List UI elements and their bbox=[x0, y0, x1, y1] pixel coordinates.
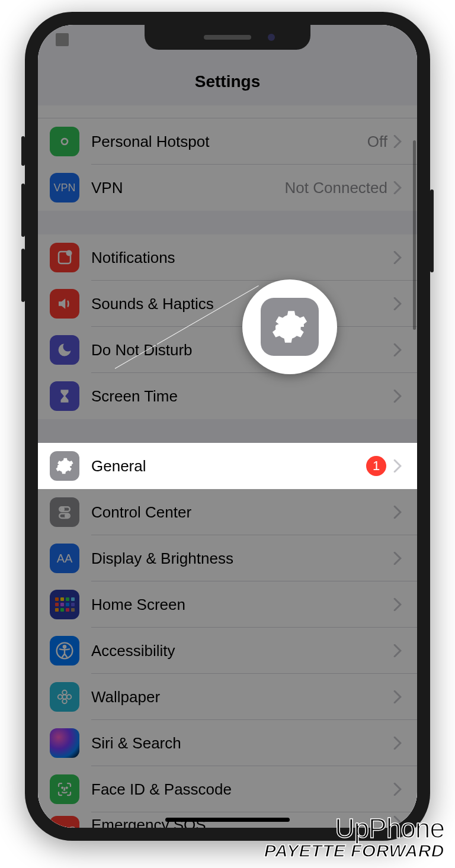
side-button bbox=[430, 189, 434, 272]
control-center-label: Control Center bbox=[91, 503, 393, 522]
callout-gear-icon bbox=[261, 298, 319, 356]
face-id-icon bbox=[50, 774, 79, 804]
accessibility-label: Accessibility bbox=[91, 642, 393, 660]
notch bbox=[145, 25, 310, 50]
hourglass-icon bbox=[50, 381, 79, 411]
watermark-line-2: PAYETTE FORWARD bbox=[264, 842, 444, 860]
sounds-icon bbox=[50, 289, 79, 319]
hotspot-detail: Off bbox=[367, 133, 387, 151]
svg-point-14 bbox=[66, 787, 68, 789]
svg-point-1 bbox=[66, 250, 72, 256]
chevron-right-icon bbox=[393, 135, 405, 148]
gear-icon bbox=[50, 451, 79, 481]
svg-point-4 bbox=[61, 508, 64, 511]
chevron-right-icon bbox=[393, 390, 405, 403]
chevron-right-icon bbox=[393, 181, 405, 194]
wallpaper-label: Wallpaper bbox=[91, 688, 393, 706]
vpn-label: VPN bbox=[91, 179, 285, 197]
control-center-icon bbox=[50, 497, 79, 527]
screentime-label: Screen Time bbox=[91, 387, 393, 406]
moon-icon bbox=[50, 335, 79, 365]
svg-point-12 bbox=[67, 695, 72, 699]
settings-group-alerts: Notifications Sounds & Haptics bbox=[38, 234, 417, 419]
display-icon: AA bbox=[50, 544, 79, 573]
settings-group-system: General 1 Control Center bbox=[38, 443, 417, 828]
partial-row-top bbox=[38, 105, 417, 118]
svg-point-10 bbox=[62, 699, 67, 704]
svg-point-8 bbox=[62, 695, 67, 699]
svg-point-13 bbox=[62, 787, 63, 789]
row-home-screen[interactable]: Home Screen bbox=[38, 581, 417, 628]
chevron-right-icon bbox=[393, 297, 405, 310]
vpn-detail: Not Connected bbox=[285, 179, 387, 197]
hotspot-icon bbox=[50, 127, 79, 156]
row-general[interactable]: General 1 bbox=[38, 443, 417, 489]
row-notifications[interactable]: Notifications bbox=[38, 234, 417, 281]
siri-icon bbox=[50, 728, 79, 758]
row-face-id[interactable]: Face ID & Passcode bbox=[38, 766, 417, 812]
home-screen-icon bbox=[50, 590, 79, 619]
row-do-not-disturb[interactable]: Do Not Disturb bbox=[38, 327, 417, 373]
page-title: Settings bbox=[38, 52, 417, 105]
status-placeholder bbox=[56, 33, 69, 46]
display-label: Display & Brightness bbox=[91, 549, 393, 568]
svg-point-9 bbox=[62, 690, 67, 695]
sos-icon: SOS bbox=[50, 816, 79, 828]
row-siri[interactable]: Siri & Search bbox=[38, 720, 417, 766]
chevron-right-icon bbox=[393, 343, 405, 356]
watermark-line-1: UpPhone bbox=[264, 815, 444, 842]
chevron-right-icon bbox=[393, 783, 405, 796]
svg-point-11 bbox=[58, 695, 63, 699]
speaker-grille bbox=[204, 35, 251, 40]
chevron-right-icon bbox=[393, 552, 405, 565]
row-screen-time[interactable]: Screen Time bbox=[38, 373, 417, 419]
face-id-label: Face ID & Passcode bbox=[91, 780, 393, 799]
home-screen-label: Home Screen bbox=[91, 596, 393, 614]
row-personal-hotspot[interactable]: Personal Hotspot Off bbox=[38, 118, 417, 165]
screen: Settings Personal Hotspot Off bbox=[38, 25, 417, 828]
row-display[interactable]: AA Display & Brightness bbox=[38, 535, 417, 581]
chevron-right-icon bbox=[393, 644, 405, 657]
accessibility-icon bbox=[50, 636, 79, 666]
svg-point-7 bbox=[63, 645, 66, 648]
front-camera bbox=[268, 34, 275, 41]
chevron-right-icon bbox=[393, 737, 405, 750]
notification-badge: 1 bbox=[366, 456, 386, 476]
row-vpn[interactable]: VPN VPN Not Connected bbox=[38, 165, 417, 211]
chevron-right-icon bbox=[393, 690, 405, 703]
callout-zoom-circle bbox=[242, 279, 337, 374]
row-accessibility[interactable]: Accessibility bbox=[38, 628, 417, 674]
scroll-indicator[interactable] bbox=[413, 140, 416, 330]
chevron-right-icon bbox=[393, 459, 405, 472]
vpn-icon: VPN bbox=[50, 173, 79, 202]
watermark: UpPhone PAYETTE FORWARD bbox=[264, 815, 444, 860]
notifications-icon bbox=[50, 243, 79, 272]
siri-label: Siri & Search bbox=[91, 734, 393, 753]
chevron-right-icon bbox=[393, 598, 405, 611]
hotspot-label: Personal Hotspot bbox=[91, 133, 367, 151]
svg-point-5 bbox=[65, 515, 68, 517]
general-label: General bbox=[91, 457, 366, 475]
phone-bezel: Settings Personal Hotspot Off bbox=[38, 25, 417, 828]
sounds-label: Sounds & Haptics bbox=[91, 295, 393, 313]
settings-group-network: Personal Hotspot Off VPN VPN Not Connect… bbox=[38, 105, 417, 211]
row-control-center[interactable]: Control Center bbox=[38, 489, 417, 535]
row-wallpaper[interactable]: Wallpaper bbox=[38, 674, 417, 720]
wallpaper-icon bbox=[50, 682, 79, 712]
notifications-label: Notifications bbox=[91, 249, 393, 267]
phone-frame: Settings Personal Hotspot Off bbox=[25, 12, 430, 841]
settings-list[interactable]: Personal Hotspot Off VPN VPN Not Connect… bbox=[38, 105, 417, 828]
chevron-right-icon bbox=[393, 251, 405, 264]
chevron-right-icon bbox=[393, 506, 405, 519]
